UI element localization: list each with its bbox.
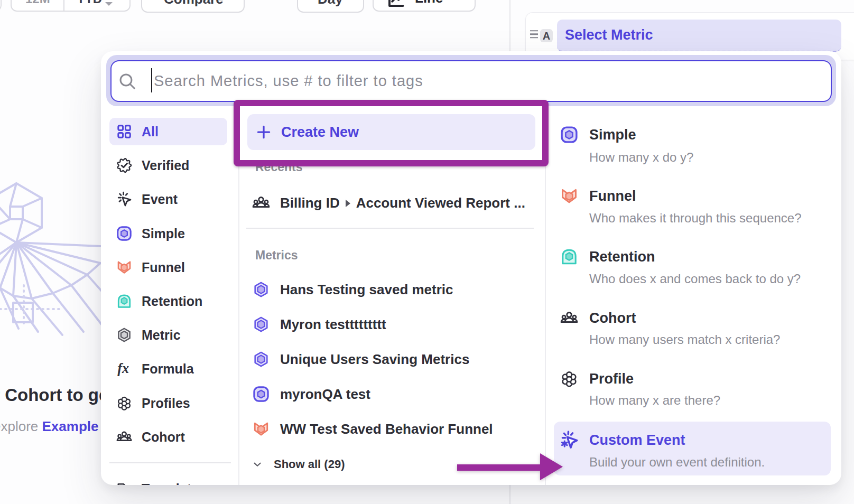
svg-text:fx: fx <box>117 361 129 376</box>
